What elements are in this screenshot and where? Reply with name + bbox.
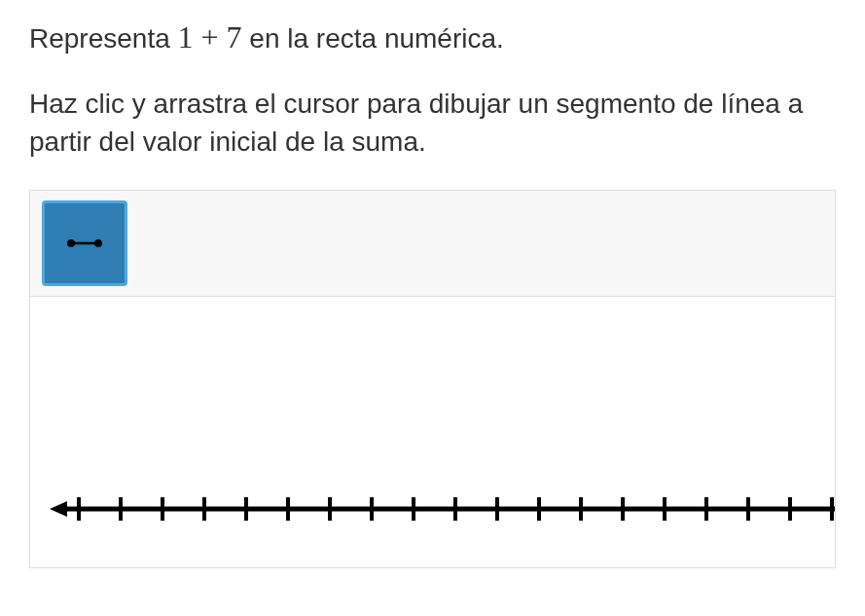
tick-label: 5 bbox=[700, 567, 713, 568]
tick-label: -9 bbox=[109, 567, 131, 568]
tick-label: 7 bbox=[783, 567, 797, 568]
svg-point-2 bbox=[94, 239, 102, 247]
question-suffix: en la recta numérica. bbox=[242, 23, 504, 54]
segment-tool-button[interactable] bbox=[42, 200, 127, 286]
tick-label: -1 bbox=[444, 567, 466, 568]
canvas-area[interactable]: -10-9-8-7-6-5-4-3-2-1012345678 bbox=[29, 296, 836, 568]
tick-label: -5 bbox=[276, 567, 299, 568]
toolbar bbox=[29, 190, 836, 296]
tick-label: 0 bbox=[490, 567, 504, 568]
number-line bbox=[50, 489, 835, 528]
question-expression: 1 + 7 bbox=[178, 19, 242, 54]
tick-label: 2 bbox=[574, 567, 588, 568]
tick-label: 4 bbox=[658, 567, 671, 568]
question-prefix: Representa bbox=[29, 23, 178, 54]
question-title: Representa 1 + 7 en la recta numérica. bbox=[29, 19, 836, 55]
tick-label: 1 bbox=[532, 567, 546, 568]
tick-label: -3 bbox=[360, 567, 382, 568]
tick-label: -8 bbox=[151, 567, 173, 568]
tick-label: 8 bbox=[825, 567, 836, 568]
tick-label: -6 bbox=[234, 567, 257, 568]
segment-icon bbox=[65, 237, 104, 249]
tick-label: -10 bbox=[60, 567, 97, 568]
tick-label: -7 bbox=[193, 567, 215, 568]
instruction-text: Haz clic y arrastra el cursor para dibuj… bbox=[29, 85, 836, 161]
tick-label: 3 bbox=[616, 567, 630, 568]
tick-label: 6 bbox=[741, 567, 755, 568]
tick-label: -2 bbox=[402, 567, 424, 568]
tick-label: -4 bbox=[318, 567, 341, 568]
